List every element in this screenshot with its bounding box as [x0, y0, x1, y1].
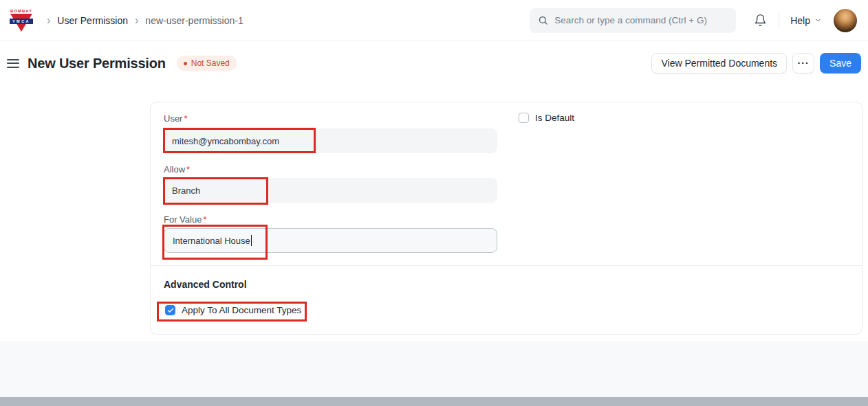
is-default-label: Is Default [535, 113, 574, 123]
user-field[interactable]: mitesh@ymcabombay.com [164, 128, 497, 153]
page-title: New User Permission [28, 56, 166, 71]
allow-field-label: Allow* [164, 164, 190, 174]
header-actions: View Permitted Documents ··· Save [651, 53, 861, 74]
logo-text-band: YMCA [10, 19, 33, 24]
save-button[interactable]: Save [820, 53, 861, 74]
search-input[interactable] [554, 15, 728, 25]
breadcrumb-separator-icon: › [47, 16, 50, 25]
apply-to-all-document-types-checkbox[interactable]: Apply To All Document Types [165, 305, 301, 315]
allow-field-value: Branch [172, 185, 200, 196]
advanced-control-heading: Advanced Control [164, 279, 247, 290]
menu-icon[interactable] [7, 59, 19, 68]
horizontal-scrollbar[interactable] [0, 397, 868, 406]
more-actions-button[interactable]: ··· [792, 53, 814, 74]
status-label: Not Saved [191, 58, 230, 68]
navbar-divider [779, 13, 779, 28]
ymca-logo[interactable]: BOMBAY YMCA [8, 9, 34, 32]
breadcrumb: › User Permission › new-user-permission-… [47, 15, 243, 26]
help-label: Help [790, 15, 810, 26]
view-permitted-documents-button[interactable]: View Permitted Documents [651, 53, 787, 74]
ellipsis-icon: ··· [798, 58, 810, 69]
breadcrumb-item-user-permission[interactable]: User Permission [57, 15, 128, 26]
user-field-value: mitesh@ymcabombay.com [172, 136, 279, 146]
global-search[interactable] [530, 8, 736, 33]
user-field-label: User* [164, 113, 188, 124]
page-header: New User Permission Not Saved View Permi… [0, 41, 868, 85]
navbar-right: Help [530, 8, 857, 33]
bell-icon [754, 14, 767, 27]
user-avatar[interactable] [834, 9, 857, 32]
page-lower-background [0, 341, 868, 397]
checkbox-unchecked-icon [519, 113, 529, 123]
for-value-field-value: International House [173, 236, 250, 246]
user-permission-form-card: User* mitesh@ymcabombay.com Allow* Branc… [150, 102, 862, 335]
logo-triangle-icon: YMCA [10, 14, 32, 32]
search-icon [538, 15, 548, 25]
for-value-field-label: For Value* [164, 214, 206, 225]
allow-field[interactable]: Branch [164, 178, 497, 203]
for-value-field[interactable]: International House [164, 228, 497, 253]
help-menu[interactable]: Help [789, 12, 823, 29]
section-divider [151, 265, 862, 266]
logo-text-top: BOMBAY [8, 9, 34, 14]
status-badge: Not Saved [177, 56, 237, 71]
check-icon [165, 305, 175, 315]
top-navbar: BOMBAY YMCA › User Permission › new-user… [0, 0, 868, 41]
apply-to-all-document-types-label: Apply To All Document Types [182, 305, 301, 315]
breadcrumb-item-current: new-user-permission-1 [145, 15, 243, 26]
chevron-down-icon [814, 16, 822, 24]
text-cursor [251, 235, 252, 246]
notifications-button[interactable] [754, 14, 767, 27]
status-dot [184, 62, 187, 65]
breadcrumb-separator-icon: › [135, 16, 138, 25]
is-default-checkbox[interactable]: Is Default [519, 113, 574, 123]
